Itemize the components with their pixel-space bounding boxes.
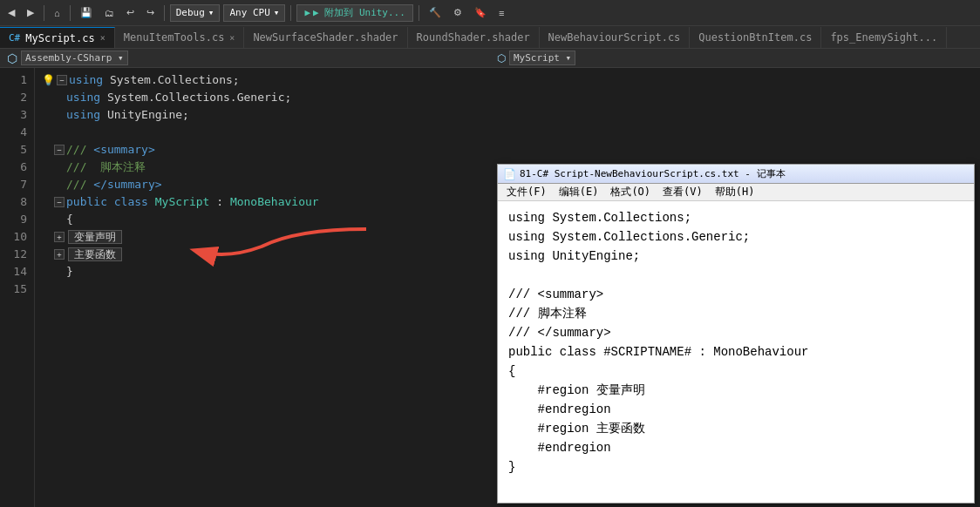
tab-roundshader[interactable]: RoundShader.shader bbox=[408, 27, 540, 48]
close-menuitemtools-tab[interactable]: × bbox=[229, 33, 235, 43]
class-icon: ⬡ bbox=[497, 52, 506, 64]
line-num-8: 8 bbox=[0, 193, 27, 211]
collapse-5[interactable]: − bbox=[54, 145, 65, 155]
forward-button[interactable]: ▶ bbox=[23, 5, 38, 20]
ns-right-section: ⬡ MyScript ▾ bbox=[490, 51, 980, 65]
close-brace: } bbox=[66, 263, 73, 281]
line-num-1: 1 bbox=[0, 71, 27, 89]
kw-using-2: using bbox=[66, 89, 107, 106]
line-num-15: 15 bbox=[0, 281, 27, 298]
ns-system-collections-generic: System.Collections.Generic; bbox=[107, 89, 291, 106]
np-line-6: /// 脚本注释 bbox=[508, 304, 963, 323]
notepad-icon: 📄 bbox=[503, 168, 516, 180]
np-line-8: public class #SCRIPTNAME# : MonoBehaviou… bbox=[508, 342, 963, 362]
toolbar-sep-4 bbox=[290, 5, 291, 21]
menu-file[interactable]: 文件(F) bbox=[501, 185, 552, 199]
line-num-12: 12 bbox=[0, 246, 27, 263]
np-line-9: { bbox=[508, 362, 963, 381]
tab-questionbtnitem[interactable]: QuestionBtnItem.cs bbox=[690, 27, 821, 48]
save-all-button[interactable]: 🗂 bbox=[100, 6, 119, 20]
summary-close: /// </summary> bbox=[66, 176, 162, 193]
ns-unityengine: UnityEngine; bbox=[107, 106, 189, 124]
lightbulb-icon[interactable]: 💡 bbox=[42, 71, 55, 89]
debug-dropdown[interactable]: Debug ▾ bbox=[170, 4, 221, 22]
tab-newbehaviourscript[interactable]: NewBehaviourScript.cs bbox=[540, 27, 691, 48]
notepad-titlebar[interactable]: 📄 81-C# Script-NewBehaviourScript.cs.txt… bbox=[498, 165, 974, 184]
code-line-4 bbox=[42, 124, 973, 141]
editor-area: 1 2 3 4 5 6 7 8 9 10 12 14 15 💡 − using … bbox=[0, 68, 980, 507]
notepad-text-area[interactable]: using System.Collections; using System.C… bbox=[498, 201, 974, 503]
assembly-label: Assembly-CSharp bbox=[25, 52, 112, 64]
class-name: MyScript bbox=[155, 193, 210, 211]
np-line-7: /// </summary> bbox=[508, 323, 963, 342]
np-line-11: #endregion bbox=[508, 400, 963, 419]
assembly-dropdown[interactable]: Assembly-CSharp ▾ bbox=[21, 51, 128, 65]
tab-myscript[interactable]: C# MyScript.cs × bbox=[0, 27, 115, 48]
tab-menuitemtools[interactable]: MenuItemTools.cs × bbox=[115, 27, 245, 48]
tab-label-questionbtnitem: QuestionBtnItem.cs bbox=[698, 31, 812, 44]
cs-icon: C# bbox=[9, 32, 20, 44]
open-brace: { bbox=[66, 211, 73, 228]
np-line-2: using System.Collections.Generic; bbox=[508, 227, 963, 247]
attach-label: ▶ 附加到 Unity... bbox=[313, 6, 405, 19]
notepad-menubar: 文件(F) 编辑(E) 格式(O) 查看(V) 帮助(H) bbox=[498, 184, 974, 201]
home-button[interactable]: ⌂ bbox=[50, 6, 65, 20]
menu-edit[interactable]: 编辑(E) bbox=[554, 185, 604, 199]
menu-help[interactable]: 帮助(H) bbox=[710, 185, 760, 199]
line-num-14: 14 bbox=[0, 263, 27, 281]
collapse-10[interactable]: + bbox=[54, 232, 65, 242]
collapse-8[interactable]: − bbox=[54, 197, 65, 207]
np-line-4 bbox=[508, 266, 963, 285]
np-line-3: using UnityEngine; bbox=[508, 247, 963, 266]
menu-view[interactable]: 查看(V) bbox=[657, 185, 708, 199]
region-variables[interactable]: 变量声明 bbox=[68, 230, 122, 244]
ns-left-section: ⬡ Assembly-CSharp ▾ bbox=[0, 51, 490, 65]
kw-using-3: using bbox=[66, 106, 107, 124]
tab-label-newsurfaceshader: NewSurfaceShader.shader bbox=[253, 31, 398, 44]
summary-open: /// <summary> bbox=[66, 141, 155, 159]
menu-format[interactable]: 格式(O) bbox=[605, 185, 656, 199]
back-button[interactable]: ◀ bbox=[3, 5, 19, 20]
toolbar-sep-1 bbox=[44, 5, 44, 21]
np-line-5: /// <summary> bbox=[508, 285, 963, 304]
tab-label-menuitemtools: MenuItemTools.cs bbox=[124, 31, 225, 44]
class-dropdown[interactable]: MyScript ▾ bbox=[509, 51, 575, 65]
cpu-chevron: ▾ bbox=[274, 7, 280, 18]
kw-class: class bbox=[114, 193, 155, 211]
notepad-window: 📄 81-C# Script-NewBehaviourScript.cs.txt… bbox=[497, 164, 975, 504]
tools-button[interactable]: ⚙ bbox=[449, 5, 466, 20]
bookmark-button[interactable]: 🔖 bbox=[470, 5, 491, 20]
line-num-7: 7 bbox=[0, 176, 27, 193]
collapse-1[interactable]: − bbox=[57, 75, 67, 85]
tab-newsurfaceshader[interactable]: NewSurfaceShader.shader bbox=[244, 27, 407, 48]
toolbar-sep-5 bbox=[419, 5, 419, 21]
collapse-12[interactable]: + bbox=[54, 249, 65, 260]
np-line-10: #region 变量声明 bbox=[508, 381, 963, 400]
code-line-3: using UnityEngine; bbox=[42, 106, 973, 124]
play-icon: ▶ bbox=[304, 7, 310, 18]
attach-unity-button[interactable]: ▶ ▶ 附加到 Unity... bbox=[296, 4, 412, 22]
np-line-12: #region 主要函数 bbox=[508, 419, 963, 438]
region-functions[interactable]: 主要函数 bbox=[68, 247, 122, 261]
undo-button[interactable]: ↩ bbox=[122, 5, 139, 20]
tab-label-myscript: MyScript.cs bbox=[25, 32, 94, 44]
tab-fpsenemysight[interactable]: fps_EnemySight... bbox=[821, 27, 947, 48]
line-num-5: 5 bbox=[0, 141, 27, 159]
tab-label-newbehaviourscript: NewBehaviourScript.cs bbox=[548, 31, 681, 44]
line-num-2: 2 bbox=[0, 89, 27, 106]
redo-button[interactable]: ↪ bbox=[142, 5, 159, 20]
line-num-4: 4 bbox=[0, 124, 27, 141]
more-button[interactable]: ≡ bbox=[494, 6, 508, 20]
toolbar-sep-2 bbox=[70, 5, 71, 21]
close-myscript-tab[interactable]: × bbox=[100, 33, 105, 43]
toolbar-sep-3 bbox=[164, 5, 165, 21]
line-numbers: 1 2 3 4 5 6 7 8 9 10 12 14 15 bbox=[0, 68, 35, 507]
save-button[interactable]: 💾 bbox=[76, 5, 97, 20]
base-class: MonoBehaviour bbox=[230, 193, 319, 211]
build-button[interactable]: 🔨 bbox=[425, 5, 446, 20]
tabs-row: C# MyScript.cs × MenuItemTools.cs × NewS… bbox=[0, 26, 980, 49]
debug-label: Debug bbox=[176, 7, 205, 18]
cpu-dropdown[interactable]: Any CPU ▾ bbox=[223, 4, 285, 22]
ns-system-collections: System.Collections; bbox=[110, 71, 240, 89]
cpu-label: Any CPU bbox=[229, 7, 269, 18]
